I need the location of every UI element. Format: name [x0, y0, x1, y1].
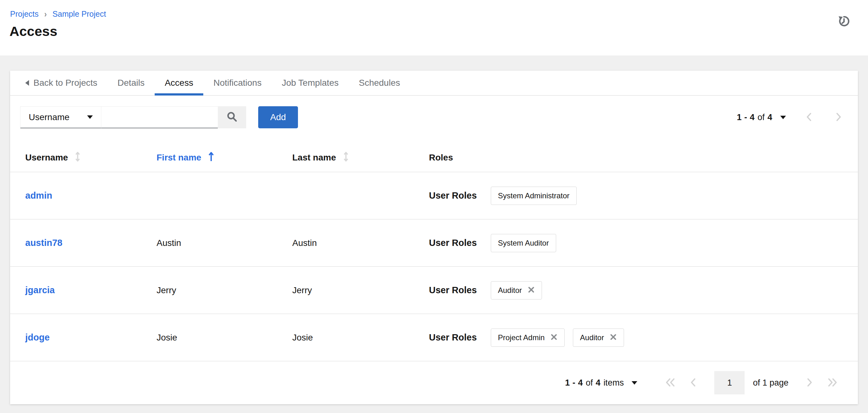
angle-double-right-icon — [827, 377, 838, 388]
roles-cell: User Roles Auditor — [429, 281, 858, 300]
role-chip-group: System Administrator — [491, 186, 577, 205]
column-header-first-name[interactable]: First name — [157, 151, 292, 164]
username-cell: jdoge — [25, 332, 157, 343]
first-name-cell: Austin — [157, 238, 292, 248]
table-row: jdoge Josie Josie User Roles Project Adm… — [10, 314, 858, 361]
role-chip: System Administrator — [491, 186, 577, 205]
page-header: Projects › Sample Project Access — [0, 0, 868, 56]
page-count-label: of 1 page — [753, 378, 788, 388]
toolbar: Username Add 1 - 4 of 4 — [10, 96, 858, 143]
role-chip-label: Project Admin — [498, 333, 545, 342]
role-chip-label: Auditor — [580, 333, 604, 342]
username-cell: jgarcia — [25, 285, 157, 296]
table-header: Username First name Last name Roles — [10, 143, 858, 172]
user-roles-label: User Roles — [429, 238, 477, 248]
column-label: Roles — [429, 152, 453, 163]
username-link[interactable]: austin78 — [25, 238, 62, 248]
first-name-cell: Jerry — [157, 285, 292, 296]
user-roles-label: User Roles — [429, 285, 477, 296]
role-chip-label: System Auditor — [498, 239, 549, 247]
last-name-cell: Jerry — [292, 285, 429, 296]
column-label: Last name — [292, 152, 336, 163]
angle-double-left-icon — [665, 377, 676, 388]
column-label: Username — [25, 152, 68, 163]
role-chip: Auditor — [573, 329, 624, 347]
angle-right-icon — [835, 112, 842, 123]
breadcrumb-separator-icon: › — [44, 9, 47, 19]
search-input[interactable] — [101, 106, 218, 128]
tab-notifications[interactable]: Notifications — [203, 71, 272, 95]
next-page-button[interactable] — [835, 112, 842, 123]
filter-key-value: Username — [29, 112, 69, 122]
column-header-username[interactable]: Username — [25, 151, 157, 164]
times-icon — [528, 286, 535, 294]
times-icon — [610, 334, 617, 341]
last-name-cell: Austin — [292, 238, 429, 248]
search-button[interactable] — [218, 106, 246, 128]
items-label: items — [603, 378, 624, 388]
role-chip: Auditor — [491, 281, 542, 300]
add-button[interactable]: Add — [258, 106, 298, 128]
first-name-cell: Josie — [157, 333, 292, 343]
range-total-text: 4 — [596, 378, 601, 388]
last-page-button[interactable] — [827, 377, 838, 388]
breadcrumb: Projects › Sample Project — [10, 9, 850, 19]
table-row: admin User Roles System Administrator — [10, 172, 858, 219]
times-icon — [551, 334, 557, 341]
role-chip-group: Project Admin Auditor — [491, 329, 624, 347]
username-link[interactable]: jdoge — [25, 332, 50, 342]
tab-schedules[interactable]: Schedules — [349, 71, 410, 95]
last-name-cell: Josie — [292, 333, 429, 343]
user-roles-label: User Roles — [429, 332, 477, 343]
arrows-up-down-icon — [342, 151, 349, 164]
page-body: Back to Projects Details Access Notifica… — [0, 56, 868, 404]
column-header-roles: Roles — [429, 152, 858, 163]
tab-job-templates[interactable]: Job Templates — [272, 71, 349, 95]
username-link[interactable]: admin — [25, 191, 52, 201]
angle-left-icon — [806, 112, 812, 123]
remove-role-button[interactable] — [528, 286, 535, 294]
current-page-input[interactable] — [714, 371, 745, 394]
role-chip-group: Auditor — [491, 281, 542, 300]
arrows-up-down-icon — [74, 151, 81, 164]
pagination-bottom: 1 - 4 of 4 items of 1 page — [10, 361, 858, 404]
history-icon — [837, 24, 850, 29]
remove-role-button[interactable] — [610, 334, 617, 341]
roles-cell: User Roles System Administrator — [429, 186, 858, 205]
item-range-dropdown[interactable]: 1 - 4 of 4 — [737, 112, 786, 122]
caret-down-icon — [631, 381, 637, 385]
roles-cell: User Roles System Auditor — [429, 234, 858, 252]
tab-bar: Back to Projects Details Access Notifica… — [10, 71, 858, 96]
prev-page-button[interactable] — [806, 112, 812, 123]
role-chip-label: System Administrator — [498, 192, 570, 200]
tab-details[interactable]: Details — [107, 71, 155, 95]
next-page-button[interactable] — [806, 377, 813, 388]
breadcrumb-link-projects[interactable]: Projects — [10, 9, 38, 19]
tab-back-to-projects[interactable]: Back to Projects — [15, 71, 107, 95]
angle-left-icon — [690, 377, 696, 388]
pagination-top: 1 - 4 of 4 — [737, 112, 842, 123]
long-arrow-up-icon — [208, 151, 215, 164]
role-chip: Project Admin — [491, 329, 565, 347]
prev-page-button[interactable] — [690, 377, 696, 388]
column-label: First name — [157, 152, 202, 163]
angle-right-icon — [806, 377, 813, 388]
range-of-text: of — [757, 112, 765, 122]
activity-history-button[interactable] — [837, 14, 850, 29]
range-text: 1 - 4 — [737, 112, 755, 122]
filter-key-select[interactable]: Username — [20, 106, 101, 128]
username-cell: admin — [25, 191, 157, 201]
role-chip-label: Auditor — [498, 286, 522, 295]
tab-access[interactable]: Access — [155, 71, 203, 95]
caret-down-icon — [87, 115, 93, 119]
username-link[interactable]: jgarcia — [25, 285, 55, 295]
table-row: jgarcia Jerry Jerry User Roles Auditor — [10, 266, 858, 314]
breadcrumb-link-sample-project[interactable]: Sample Project — [52, 9, 106, 19]
search-icon — [226, 111, 238, 124]
remove-role-button[interactable] — [551, 334, 557, 341]
first-page-button[interactable] — [665, 377, 676, 388]
column-header-last-name[interactable]: Last name — [292, 151, 429, 164]
caret-left-icon — [25, 80, 29, 86]
caret-down-icon — [780, 116, 786, 119]
items-per-page-dropdown[interactable]: 1 - 4 of 4 items — [565, 378, 637, 388]
